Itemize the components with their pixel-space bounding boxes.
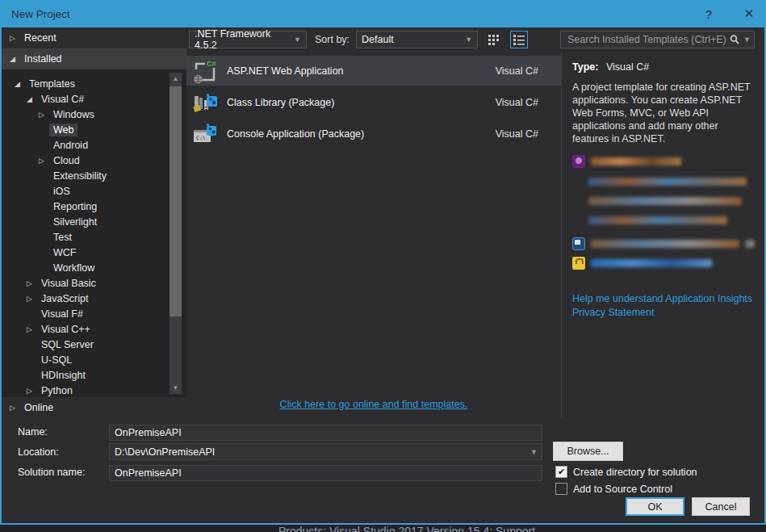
help-application-insights-link[interactable]: Help me understand Application Insights: [572, 293, 752, 304]
tree-item[interactable]: ▷ Cloud: [2, 153, 165, 168]
title-bar[interactable]: New Project ? ✕: [0, 0, 766, 27]
account-window-icon: [572, 237, 585, 250]
tree-item[interactable]: ▷ JavaScript: [2, 291, 165, 306]
dialog-title: New Project: [11, 8, 70, 20]
tree-expander-icon[interactable]: ◢: [27, 95, 37, 103]
tree-item-label: WCF: [49, 246, 80, 259]
solution-name-input[interactable]: [109, 465, 542, 481]
permission-option[interactable]: [572, 257, 755, 270]
chevron-right-icon: ▷: [10, 34, 18, 42]
tree-item-label: JavaScript: [37, 292, 92, 305]
source-control-label: Add to Source Control: [573, 484, 672, 495]
category-installed[interactable]: ◢ Installed: [2, 48, 186, 69]
tree-item[interactable]: WCF: [2, 245, 165, 260]
tree-item[interactable]: U-SQL: [2, 352, 165, 367]
chevron-down-icon[interactable]: ▼: [530, 448, 538, 456]
checkmark-icon: ✔: [558, 467, 565, 477]
location-input[interactable]: [109, 443, 542, 460]
create-directory-checkbox[interactable]: ✔: [555, 466, 567, 478]
application-insights-option[interactable]: [572, 155, 755, 168]
tree-item-label: Windows: [49, 108, 98, 121]
account-option[interactable]: [572, 237, 755, 250]
tree-item[interactable]: iOS: [2, 183, 165, 199]
tree-item[interactable]: Android: [2, 137, 165, 153]
tree-item[interactable]: ▷ Windows: [2, 107, 165, 122]
source-control-checkbox-row[interactable]: Add to Source Control: [555, 483, 672, 495]
create-directory-checkbox-row[interactable]: ✔ Create directory for solution: [555, 466, 697, 478]
template-language: Visual C#: [496, 128, 538, 140]
tree-item[interactable]: HDInsight: [2, 367, 165, 383]
framework-dropdown[interactable]: .NET Framework 4.5.2 ▼: [189, 31, 307, 48]
create-directory-label: Create directory for solution: [573, 467, 697, 478]
tree-item[interactable]: Extensibility: [2, 168, 165, 183]
category-online[interactable]: ▷ Online: [2, 397, 186, 418]
tree-expander-icon[interactable]: ▷: [27, 279, 37, 287]
name-input[interactable]: [109, 425, 542, 441]
tree-item[interactable]: Web: [2, 122, 165, 137]
tree-item[interactable]: ▷ Visual C++: [2, 321, 165, 337]
redacted-text: [591, 157, 681, 165]
search-input[interactable]: [567, 34, 729, 45]
help-icon: ?: [705, 7, 712, 21]
template-name: ASP.NET Web Application: [227, 65, 344, 77]
tree-expander-icon[interactable]: ▷: [27, 387, 37, 395]
chevron-down-icon: ▼: [287, 36, 301, 44]
chevron-right-icon: ▷: [10, 404, 18, 412]
grid-view-icon: [488, 33, 500, 46]
tree-item[interactable]: ▷ Python: [2, 383, 165, 397]
search-icon[interactable]: [729, 34, 740, 45]
sort-dropdown-value: Default: [362, 34, 394, 45]
category-recent[interactable]: ▷ Recent: [2, 27, 186, 48]
category-online-label: Online: [24, 402, 53, 413]
search-box[interactable]: ▼: [560, 31, 755, 48]
chevron-down-icon[interactable]: ▼: [743, 36, 751, 44]
ok-button[interactable]: OK: [626, 497, 684, 516]
tree-item[interactable]: Visual F#: [2, 306, 165, 321]
tree-expander-icon[interactable]: ▷: [27, 295, 37, 303]
small-icons-view-button[interactable]: [485, 31, 503, 48]
browse-button[interactable]: Browse...: [553, 442, 623, 461]
tree-expander-icon[interactable]: ◢: [15, 80, 25, 88]
privacy-statement-link[interactable]: Privacy Statement: [572, 307, 654, 318]
details-panel: Type: Visual C# A project template for c…: [561, 52, 764, 418]
sort-dropdown[interactable]: Default ▼: [356, 31, 478, 48]
scrollbar-thumb[interactable]: [170, 86, 182, 316]
project-form: Name: Location: ▼ Solution name: Browse.…: [2, 418, 764, 523]
location-combo[interactable]: ▼: [109, 443, 542, 460]
tree-item[interactable]: Test: [2, 229, 165, 245]
tree-item[interactable]: Reporting: [2, 199, 165, 214]
tree-expander-icon[interactable]: ▷: [39, 157, 49, 165]
scroll-down-icon[interactable]: ▼: [170, 382, 182, 394]
tree-scrollbar[interactable]: ▲ ▼: [170, 73, 182, 394]
list-view-button[interactable]: [510, 31, 528, 48]
redacted-text: [745, 240, 755, 248]
redacted-text: [588, 216, 727, 224]
tree-item-label: Visual Basic: [37, 277, 100, 290]
redacted-line: [588, 173, 755, 186]
redacted-text: [588, 178, 747, 186]
template-item-class-library-package[interactable]: Class Library (Package) Visual C#: [186, 87, 561, 117]
help-button[interactable]: ?: [692, 2, 726, 25]
tree-item-label: Python: [37, 384, 77, 397]
template-tree: ◢ Templates ◢ Visual C# ▷ Windows: [2, 69, 186, 397]
tree-item[interactable]: ◢ Visual C#: [2, 91, 165, 107]
scroll-up-icon[interactable]: ▲: [170, 73, 182, 85]
svg-text:C#: C#: [207, 59, 217, 68]
tree-item[interactable]: Workflow: [2, 260, 165, 275]
cancel-button[interactable]: Cancel: [692, 497, 750, 516]
tree-item[interactable]: Silverlight: [2, 214, 165, 229]
template-item-aspnet-web-application[interactable]: C# ASP.NET Web Application Visual C#: [186, 56, 561, 86]
source-control-checkbox[interactable]: [555, 483, 567, 495]
template-list: C# ASP.NET Web Application Visual C#: [186, 52, 561, 418]
location-label: Location:: [18, 446, 59, 458]
tree-expander-icon[interactable]: ▷: [27, 325, 37, 333]
template-item-console-application-package[interactable]: C:\ Console Application (Package) Visual…: [186, 119, 561, 149]
tree-item[interactable]: ◢ Templates: [2, 76, 165, 91]
find-templates-online-link[interactable]: Click here to go online and find templat…: [280, 399, 468, 410]
tree-item[interactable]: ▷ Visual Basic: [2, 275, 165, 291]
tree-expander-icon[interactable]: ▷: [39, 111, 49, 119]
tree-item[interactable]: SQL Server: [2, 337, 165, 352]
close-button[interactable]: ✕: [732, 2, 766, 25]
template-description: A project template for creating ASP.NET …: [572, 81, 755, 145]
tree-item-label: iOS: [49, 185, 74, 198]
